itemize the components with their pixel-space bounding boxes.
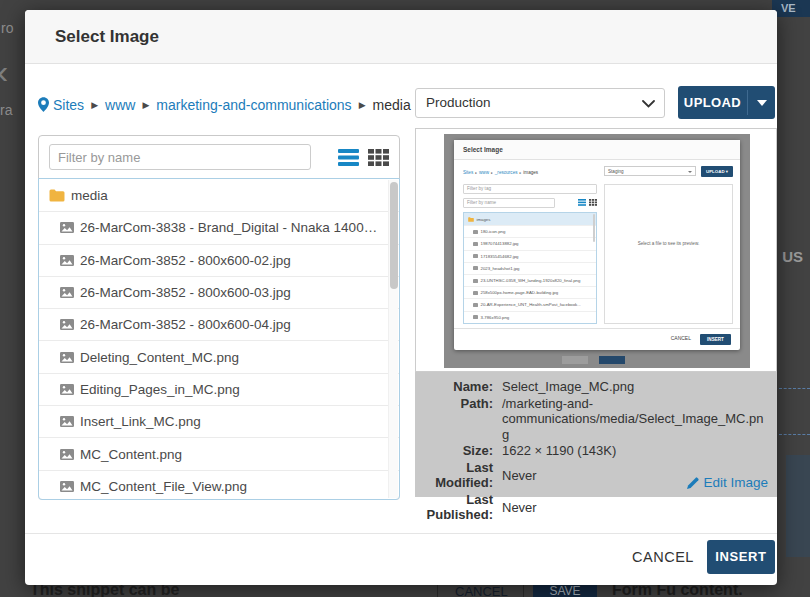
- image-file-icon: [60, 222, 74, 233]
- file-name: MC_Content_File_View.png: [80, 479, 265, 494]
- image-file-icon: [473, 266, 478, 270]
- upload-button[interactable]: UPLOAD: [678, 86, 775, 119]
- preview-mini-dialog: Select Image Sites▸www▸_resources▸images…: [454, 140, 740, 350]
- image-file-icon: [60, 319, 74, 330]
- grid-view-icon: [589, 199, 597, 206]
- folder-name: media: [71, 188, 126, 203]
- list-item[interactable]: 26-MarCom-3852 - 800x600-04.jpg: [39, 308, 399, 340]
- list-item[interactable]: 26-MarCom-3852 - 800x600-03.jpg: [39, 276, 399, 308]
- preview-mini-file-list: images 180-icon.png 1987074413882.jpg 17…: [463, 212, 597, 324]
- detail-value: Select_Image_MC.png: [493, 379, 769, 395]
- preview-mini-breadcrumb: Sites▸www▸_resources▸images: [463, 170, 538, 175]
- image-file-icon: [473, 315, 478, 319]
- image-file-icon: [473, 291, 478, 295]
- folder-icon: [468, 217, 474, 222]
- upload-dropdown-toggle[interactable]: [748, 86, 775, 119]
- list-item[interactable]: 26-MarCom-3852 - 800x600-02.jpg: [39, 244, 399, 276]
- scrollbar-thumb: [593, 214, 596, 242]
- file-name: 26-MarCom-3852 - 800x600-03.jpg: [80, 285, 309, 300]
- image-file-icon: [473, 303, 478, 307]
- selected-image-preview: Select Image Sites▸www▸_resources▸images…: [444, 134, 750, 368]
- detail-label: Path:: [415, 396, 493, 443]
- preview-mini-background-button: [599, 356, 625, 364]
- preview-mini-filter-tag: Filter by tag: [463, 184, 597, 194]
- detail-value: /marketing-and-communications/media/Sele…: [493, 396, 769, 443]
- background-panel-fragment: [786, 455, 810, 557]
- list-item[interactable]: 26-MarCom-3838 - Brand_Digital - Nnaka 1…: [39, 211, 399, 243]
- image-file-icon: [60, 449, 74, 460]
- list-item[interactable]: MC_Content.png: [39, 437, 399, 469]
- destination-select-value: Production: [426, 95, 491, 110]
- breadcrumb-separator-icon: ▶: [142, 100, 149, 110]
- background-dashed-line: [779, 434, 810, 435]
- preview-mini-insert: INSERT: [700, 334, 731, 345]
- list-item-folder[interactable]: media: [39, 179, 399, 211]
- preview-mini-background-button: [562, 356, 588, 364]
- detail-row: Path: /marketing-and-communications/medi…: [415, 396, 769, 443]
- list-item[interactable]: Editing_Pages_in_MC.png: [39, 373, 399, 405]
- file-name: Insert_Link_MC.png: [80, 414, 219, 429]
- breadcrumb-link-www[interactable]: www: [105, 97, 135, 113]
- dialog-header: Select Image: [25, 10, 777, 64]
- preview-mini-file-browser: Filter by tag Filter by name images 180-…: [463, 184, 597, 324]
- select-image-dialog: Select Image Sites▶www▶marketing-and-com…: [25, 10, 777, 585]
- file-name: MC_Content.png: [80, 447, 200, 462]
- image-file-icon: [60, 481, 74, 492]
- list-view-icon: [578, 199, 586, 206]
- preview-mini-title: Select Image: [454, 140, 740, 160]
- list-item[interactable]: MC_Content_File_View.png: [39, 470, 399, 500]
- dialog-title: Select Image: [25, 10, 777, 64]
- chevron-down-icon: [642, 100, 655, 108]
- preview-mini-footer: CANCEL INSERT: [454, 328, 740, 350]
- location-pin-icon: [38, 92, 49, 122]
- detail-row: Last Published: Never: [415, 492, 769, 523]
- image-file-icon: [60, 287, 74, 298]
- preview-mini-empty-text: Select a file to see its preview.: [605, 185, 732, 246]
- preview-mini-preview-panel: Select a file to see its preview.: [604, 184, 733, 324]
- detail-label: Last Modified:: [415, 460, 493, 491]
- file-browser-panel: media 26-MarCom-3838 - Brand_Digital - N…: [38, 135, 400, 500]
- edit-image-link[interactable]: Edit Image: [687, 475, 768, 490]
- upload-button-label[interactable]: UPLOAD: [678, 86, 747, 119]
- detail-label: Last Published:: [415, 492, 493, 523]
- folder-icon: [49, 189, 65, 202]
- cancel-button[interactable]: CANCEL: [632, 541, 694, 573]
- preview-mini-header: Select Image: [454, 140, 740, 160]
- image-file-icon: [60, 384, 74, 395]
- screen: ro ‹ ra VE US This snippet can be CANCEL…: [0, 0, 810, 597]
- breadcrumb-current-media: media: [373, 97, 411, 113]
- edit-image-label: Edit Image: [703, 475, 768, 490]
- file-list: media 26-MarCom-3838 - Brand_Digital - N…: [38, 178, 400, 500]
- file-name: 26-MarCom-3852 - 800x600-04.jpg: [80, 317, 309, 332]
- background-cancel-button-fragment: CANCEL: [455, 584, 508, 597]
- image-file-icon: [60, 352, 74, 363]
- scrollbar-thumb[interactable]: [390, 182, 398, 289]
- detail-row: Name: Select_Image_MC.png: [415, 379, 769, 395]
- background-save-button-fragment: VE: [772, 0, 810, 17]
- image-file-icon: [60, 416, 74, 427]
- image-file-icon: [60, 255, 74, 266]
- detail-value: Never: [493, 492, 769, 523]
- file-name: Editing_Pages_in_MC.png: [80, 382, 258, 397]
- breadcrumb-link-marketing-and-communications[interactable]: marketing-and-communications: [156, 97, 351, 113]
- grid-view-toggle[interactable]: [367, 148, 389, 166]
- grid-view-icon: [368, 149, 389, 166]
- back-chevron-icon: ‹: [0, 52, 8, 91]
- background-text-fragment: ra: [0, 102, 12, 118]
- destination-select[interactable]: Production: [415, 88, 665, 118]
- filter-by-name-input[interactable]: [49, 144, 311, 170]
- insert-button[interactable]: INSERT: [707, 540, 775, 574]
- list-item[interactable]: Insert_Link_MC.png: [39, 405, 399, 437]
- file-details-panel: Name: Select_Image_MC.png Path: /marketi…: [415, 372, 777, 497]
- list-item[interactable]: Deleting_Content_MC.png: [39, 340, 399, 372]
- breadcrumb-link-sites[interactable]: Sites: [53, 97, 84, 113]
- file-name: Deleting_Content_MC.png: [80, 350, 257, 365]
- breadcrumb: Sites▶www▶marketing-and-communications▶m…: [38, 90, 411, 120]
- detail-value: 1622 × 1190 (143K): [493, 443, 769, 459]
- breadcrumb-separator-icon: ▶: [359, 100, 366, 110]
- list-view-icon: [338, 149, 359, 166]
- list-view-toggle[interactable]: [337, 148, 359, 166]
- background-text-fragment: US: [782, 248, 803, 265]
- file-browser-toolbar: [39, 136, 399, 178]
- background-divider: [523, 584, 524, 597]
